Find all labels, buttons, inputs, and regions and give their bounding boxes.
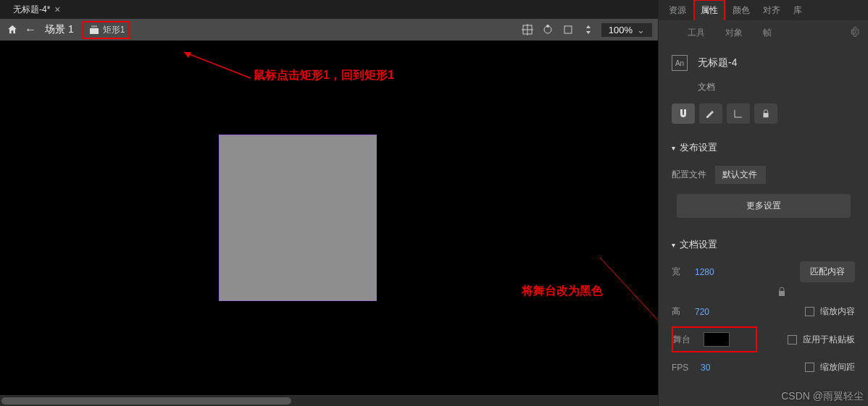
tool-corner-icon[interactable] bbox=[727, 103, 750, 124]
center-stage-icon[interactable] bbox=[520, 22, 535, 37]
scale-gap-label: 缩放间距 bbox=[820, 361, 855, 373]
tool-edit-icon[interactable] bbox=[699, 103, 722, 124]
subtab-tool[interactable]: 工具 bbox=[688, 27, 705, 39]
checkbox-scale-content[interactable] bbox=[805, 307, 814, 316]
stage-color-row-wrap: 舞台 应用于粘贴板 bbox=[672, 323, 855, 355]
docset-title: 文档设置 bbox=[680, 238, 717, 251]
gear-icon[interactable] bbox=[849, 27, 859, 39]
tab-library[interactable]: 库 bbox=[788, 1, 808, 20]
main-editor-area: 无标题-4* × ← 场景 1 矩形1 1 bbox=[0, 0, 658, 406]
link-dimensions-icon[interactable] bbox=[776, 287, 788, 298]
document-title: 无标题-4 bbox=[698, 56, 737, 69]
more-settings-button[interactable]: 更多设置 bbox=[677, 194, 851, 218]
stage-color-swatch[interactable] bbox=[704, 332, 730, 347]
tab-resource[interactable]: 资源 bbox=[663, 1, 692, 20]
docset-section-header[interactable]: ▾ 文档设置 bbox=[672, 238, 855, 251]
match-content-button[interactable]: 匹配内容 bbox=[800, 261, 855, 282]
tab-properties[interactable]: 属性 bbox=[693, 0, 725, 20]
rectangle-shape[interactable] bbox=[219, 135, 377, 301]
chevron-down-icon: ▾ bbox=[672, 241, 675, 249]
scrollbar-thumb[interactable] bbox=[1, 397, 291, 405]
width-row: 宽 1280 匹配内容 bbox=[672, 258, 855, 285]
tab-color[interactable]: 颜色 bbox=[727, 1, 756, 20]
svg-rect-12 bbox=[764, 113, 769, 117]
svg-rect-13 bbox=[779, 291, 785, 296]
apply-paste-row[interactable]: 应用于粘贴板 bbox=[788, 331, 855, 349]
fps-row: FPS 30 缩放间距 bbox=[672, 355, 855, 379]
document-subtitle: 文档 bbox=[659, 81, 868, 93]
fps-input[interactable]: 30 bbox=[701, 363, 710, 373]
clip-stage-icon[interactable] bbox=[561, 22, 575, 37]
annotation-text-1: 鼠标点击矩形1，回到矩形1 bbox=[254, 68, 394, 83]
document-settings-section: ▾ 文档设置 宽 1280 匹配内容 高 720 缩放内容 bbox=[659, 231, 868, 386]
subtab-object[interactable]: 对象 bbox=[725, 27, 743, 39]
height-row: 高 720 缩放内容 bbox=[672, 300, 855, 323]
annotation-arrow-2 bbox=[558, 221, 674, 337]
horizontal-scrollbar[interactable] bbox=[0, 396, 658, 406]
document-header: An 无标题-4 bbox=[659, 45, 868, 81]
breadcrumb-bar: ← 场景 1 矩形1 100% ⌄ bbox=[0, 19, 658, 41]
document-tab[interactable]: 无标题-4* × bbox=[7, 1, 67, 19]
stage-canvas[interactable]: 鼠标点击矩形1，回到矩形1 将舞台改为黑色 bbox=[0, 41, 658, 395]
quick-tool-row bbox=[659, 103, 868, 134]
svg-rect-7 bbox=[564, 26, 572, 33]
properties-sub-tabs: 工具 对象 帧 bbox=[659, 20, 868, 45]
subtab-frame[interactable]: 帧 bbox=[763, 27, 772, 39]
animate-doc-icon: An bbox=[672, 55, 688, 71]
svg-rect-1 bbox=[91, 25, 97, 28]
checkbox-apply-paste[interactable] bbox=[788, 335, 797, 344]
back-icon[interactable]: ← bbox=[25, 23, 36, 36]
publish-title: 发布设置 bbox=[680, 141, 717, 154]
tab-align[interactable]: 对齐 bbox=[757, 1, 786, 20]
publish-section-header[interactable]: ▾ 发布设置 bbox=[672, 141, 855, 154]
profile-row: 配置文件 默认文件 bbox=[672, 161, 855, 188]
publish-section: ▾ 发布设置 配置文件 默认文件 更多设置 bbox=[659, 134, 868, 231]
scale-gap-row[interactable]: 缩放间距 bbox=[805, 358, 855, 376]
document-tab-bar: 无标题-4* × bbox=[0, 0, 658, 19]
scale-content-label: 缩放内容 bbox=[820, 305, 855, 318]
zoom-stepper-icon[interactable] bbox=[581, 22, 596, 37]
rotate-view-icon[interactable] bbox=[541, 22, 555, 37]
checkbox-scale-gap[interactable] bbox=[805, 363, 814, 372]
stage-toolbar: 100% ⌄ bbox=[520, 19, 652, 41]
home-icon[interactable] bbox=[6, 23, 19, 36]
apply-paste-label: 应用于粘贴板 bbox=[803, 334, 855, 346]
close-icon[interactable]: × bbox=[54, 4, 60, 15]
chevron-down-icon: ▾ bbox=[672, 144, 675, 152]
tool-magnet-icon[interactable] bbox=[672, 103, 695, 124]
zoom-value: 100% bbox=[609, 25, 633, 35]
breadcrumb-scene[interactable]: 场景 1 bbox=[42, 22, 77, 38]
svg-line-8 bbox=[184, 52, 251, 78]
profile-select[interactable]: 默认文件 bbox=[715, 166, 766, 184]
breadcrumb-rect[interactable]: 矩形1 bbox=[103, 24, 125, 36]
height-label: 高 bbox=[672, 305, 689, 318]
watermark: CSDN @雨翼轻尘 bbox=[781, 390, 864, 403]
profile-label: 配置文件 bbox=[672, 169, 708, 181]
symbol-icon bbox=[88, 24, 100, 35]
width-label: 宽 bbox=[672, 266, 689, 278]
tool-lock-icon[interactable] bbox=[754, 103, 777, 124]
fps-label: FPS bbox=[672, 363, 695, 373]
svg-point-6 bbox=[546, 25, 549, 28]
panel-tab-bar: 资源 属性 颜色 对齐 库 bbox=[659, 0, 868, 20]
svg-rect-0 bbox=[90, 28, 99, 34]
zoom-select[interactable]: 100% ⌄ bbox=[601, 23, 652, 37]
width-input[interactable]: 1280 bbox=[695, 267, 714, 277]
tab-title: 无标题-4* bbox=[13, 4, 50, 16]
properties-panel: 资源 属性 颜色 对齐 库 工具 对象 帧 An 无标题-4 文档 ▾ bbox=[658, 0, 868, 406]
stage-label: 舞台 bbox=[673, 334, 696, 346]
annotation-arrow-1 bbox=[178, 49, 258, 84]
breadcrumb-rect-highlight: 矩形1 bbox=[83, 21, 131, 39]
annotation-text-2: 将舞台改为黑色 bbox=[522, 284, 603, 299]
height-input[interactable]: 720 bbox=[695, 307, 709, 317]
scale-content-row[interactable]: 缩放内容 bbox=[805, 303, 855, 321]
stage-color-group: 舞台 bbox=[672, 326, 757, 352]
chevron-down-icon: ⌄ bbox=[637, 25, 645, 35]
